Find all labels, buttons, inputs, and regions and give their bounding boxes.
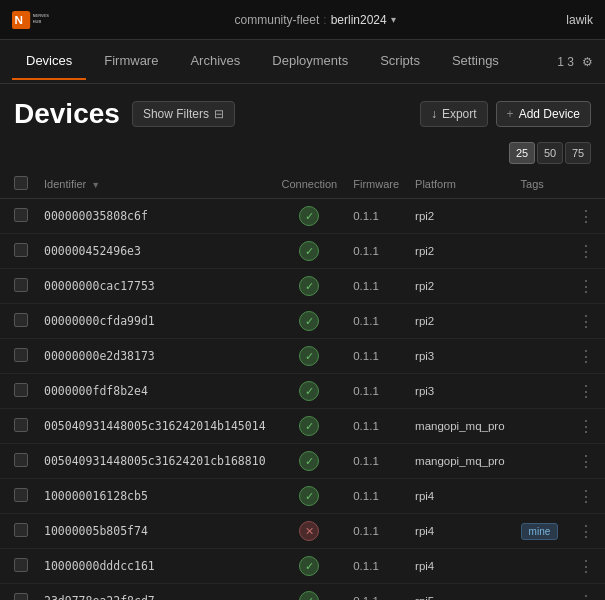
more-actions-icon[interactable]: ⋮ <box>574 241 598 262</box>
show-filters-label: Show Filters <box>143 107 209 121</box>
platform-name: mangopi_mq_pro <box>415 420 505 432</box>
tab-firmware[interactable]: Firmware <box>90 43 172 80</box>
platform-name: rpi4 <box>415 490 434 502</box>
row-checkbox[interactable] <box>14 313 28 327</box>
firmware-version: 0.1.1 <box>353 280 379 292</box>
row-checkbox[interactable] <box>14 488 28 502</box>
platform-name: rpi3 <box>415 385 434 397</box>
row-checkbox[interactable] <box>14 453 28 467</box>
more-actions-icon[interactable]: ⋮ <box>574 591 598 601</box>
col-header-platform: Platform <box>407 170 513 199</box>
more-actions-icon[interactable]: ⋮ <box>574 416 598 437</box>
tag-badge: mine <box>521 523 559 540</box>
firmware-version: 0.1.1 <box>353 455 379 467</box>
firmware-version: 0.1.1 <box>353 315 379 327</box>
top-nav: N NERVES HUB community-fleet : berlin202… <box>0 0 605 40</box>
more-actions-icon[interactable]: ⋮ <box>574 451 598 472</box>
device-identifier: 23d9778ea22f8cd7 <box>44 594 155 600</box>
table-row: 00000000cac17753✓0.1.1rpi2⋮ <box>0 269 605 304</box>
table-row: 000000035808c6f✓0.1.1rpi2⋮ <box>0 199 605 234</box>
row-checkbox[interactable] <box>14 523 28 537</box>
device-identifier: 005040931448005c316242014b145014 <box>44 419 266 433</box>
more-actions-icon[interactable]: ⋮ <box>574 276 598 297</box>
platform-name: rpi2 <box>415 210 434 222</box>
filter-icon: ⊟ <box>214 107 224 121</box>
platform-name: rpi4 <box>415 560 434 572</box>
tab-settings[interactable]: Settings <box>438 43 513 80</box>
row-checkbox[interactable] <box>14 418 28 432</box>
tab-deployments[interactable]: Deployments <box>258 43 362 80</box>
device-identifier: 000000035808c6f <box>44 209 148 223</box>
platform-name: rpi2 <box>415 280 434 292</box>
svg-text:NERVES: NERVES <box>33 12 49 17</box>
chevron-down-icon[interactable]: ▾ <box>391 14 396 25</box>
more-actions-icon[interactable]: ⋮ <box>574 486 598 507</box>
export-button[interactable]: ↓ Export <box>420 101 488 127</box>
table-row: 005040931448005c31624201cb168810✓0.1.1ma… <box>0 444 605 479</box>
row-checkbox[interactable] <box>14 558 28 572</box>
tab-archives[interactable]: Archives <box>176 43 254 80</box>
svg-text:HUB: HUB <box>33 18 42 23</box>
add-device-label: Add Device <box>519 107 580 121</box>
show-filters-button[interactable]: Show Filters ⊟ <box>132 101 235 127</box>
firmware-version: 0.1.1 <box>353 210 379 222</box>
row-checkbox[interactable] <box>14 208 28 222</box>
device-identifier: 100000016128cb5 <box>44 489 148 503</box>
platform-name: rpi2 <box>415 315 434 327</box>
device-identifier: 00000000e2d38173 <box>44 349 155 363</box>
row-checkbox[interactable] <box>14 383 28 397</box>
row-checkbox[interactable] <box>14 278 28 292</box>
user-label: lawik <box>566 13 593 27</box>
device-identifier: 10000000dddcc161 <box>44 559 155 573</box>
more-actions-icon[interactable]: ⋮ <box>574 556 598 577</box>
sort-icon[interactable]: ▼ <box>91 180 100 190</box>
table-row: 0000000fdf8b2e4✓0.1.1rpi3⋮ <box>0 374 605 409</box>
device-identifier: 10000005b805f74 <box>44 524 148 538</box>
table-header-row: Identifier ▼ Connection Firmware Platfor… <box>0 170 605 199</box>
platform-name: rpi3 <box>415 350 434 362</box>
more-actions-icon[interactable]: ⋮ <box>574 206 598 227</box>
table-row: 100000016128cb5✓0.1.1rpi4⋮ <box>0 479 605 514</box>
platform-name: mangopi_mq_pro <box>415 455 505 467</box>
export-label: Export <box>442 107 477 121</box>
breadcrumb-current[interactable]: berlin2024 <box>331 13 387 27</box>
plus-icon: + <box>507 107 514 121</box>
svg-text:N: N <box>15 12 23 25</box>
pagination-25[interactable]: 25 <box>509 142 535 164</box>
breadcrumb-separator: : <box>323 13 326 27</box>
main-tabs: Devices Firmware Archives Deployments Sc… <box>0 40 605 84</box>
table-row: 00000000e2d38173✓0.1.1rpi3⋮ <box>0 339 605 374</box>
pagination-50[interactable]: 50 <box>537 142 563 164</box>
add-device-button[interactable]: + Add Device <box>496 101 591 127</box>
tab-devices[interactable]: Devices <box>12 43 86 80</box>
page-header: Devices Show Filters ⊟ ↓ Export + Add De… <box>0 84 605 140</box>
connection-ok-icon: ✓ <box>299 206 319 226</box>
page-title: Devices <box>14 98 120 130</box>
col-header-firmware: Firmware <box>345 170 407 199</box>
device-identifier: 00000000cac17753 <box>44 279 155 293</box>
more-actions-icon[interactable]: ⋮ <box>574 346 598 367</box>
more-actions-icon[interactable]: ⋮ <box>574 521 598 542</box>
breadcrumb-community[interactable]: community-fleet <box>235 13 320 27</box>
devices-table: Identifier ▼ Connection Firmware Platfor… <box>0 170 605 600</box>
table-row: 10000005b805f74✕0.1.1rpi4mine⋮ <box>0 514 605 549</box>
more-actions-icon[interactable]: ⋮ <box>574 311 598 332</box>
connection-ok-icon: ✓ <box>299 276 319 296</box>
firmware-version: 0.1.1 <box>353 490 379 502</box>
col-header-actions <box>566 170 605 199</box>
connection-ok-icon: ✓ <box>299 451 319 471</box>
more-actions-icon[interactable]: ⋮ <box>574 381 598 402</box>
gear-icon[interactable]: ⚙ <box>582 55 593 69</box>
tab-scripts[interactable]: Scripts <box>366 43 434 80</box>
connection-ok-icon: ✓ <box>299 416 319 436</box>
pagination-75[interactable]: 75 <box>565 142 591 164</box>
row-checkbox[interactable] <box>14 593 28 601</box>
row-checkbox[interactable] <box>14 243 28 257</box>
select-all-checkbox[interactable] <box>14 176 28 190</box>
col-header-selected <box>0 170 36 199</box>
platform-name: rpi5 <box>415 595 434 600</box>
firmware-version: 0.1.1 <box>353 560 379 572</box>
row-checkbox[interactable] <box>14 348 28 362</box>
download-icon: ↓ <box>431 107 437 121</box>
device-identifier: 005040931448005c31624201cb168810 <box>44 454 266 468</box>
